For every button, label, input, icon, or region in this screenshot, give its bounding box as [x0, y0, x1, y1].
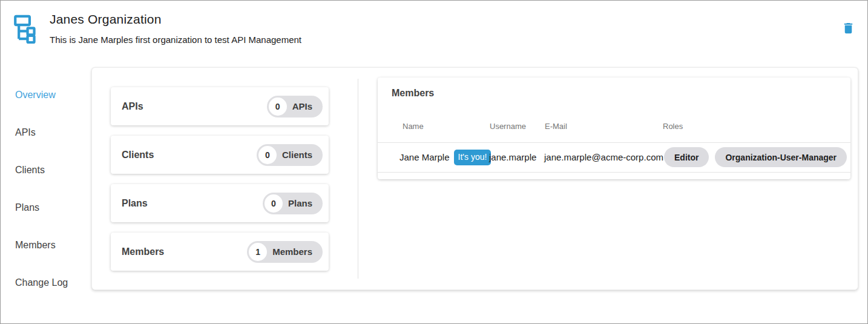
page-title: Janes Organization: [50, 12, 162, 27]
org-hierarchy-icon: [13, 14, 39, 47]
member-table-row[interactable]: Jane Marple It's you! jane.marple jane.m…: [378, 142, 850, 172]
table-divider: [378, 172, 850, 173]
stat-card-clients[interactable]: Clients 0 Clients: [111, 136, 329, 174]
column-header-roles: Roles: [663, 122, 683, 131]
stat-count-badge: 1 Members: [247, 241, 323, 263]
sidebar-item-plans[interactable]: Plans: [15, 202, 68, 214]
stat-card-title: Clients: [122, 150, 154, 160]
sidebar-item-overview[interactable]: Overview: [15, 89, 68, 101]
stat-unit-label: Members: [272, 246, 312, 257]
stat-card-members[interactable]: Members 1 Members: [111, 233, 329, 271]
member-username: jane.marple: [489, 142, 536, 172]
member-name: Jane Marple: [399, 152, 450, 162]
stat-count: 0: [269, 98, 287, 116]
members-card: Members Name Username E-Mail Roles Jane …: [378, 78, 850, 179]
stat-count-badge: 0 Clients: [257, 144, 323, 166]
stat-unit-label: Clients: [282, 150, 312, 160]
sidebar-item-apis[interactable]: APIs: [15, 127, 68, 139]
stat-count-badge: 0 Plans: [263, 193, 323, 214]
stat-card-title: Plans: [122, 198, 148, 209]
overview-panel: APIs 0 APIs Clients 0 Clients Plans 0 Pl…: [91, 67, 858, 290]
trash-icon: [841, 28, 855, 37]
stat-unit-label: Plans: [288, 198, 312, 208]
stat-card-apis[interactable]: APIs 0 APIs: [111, 87, 329, 125]
stat-card-plans[interactable]: Plans 0 Plans: [111, 184, 329, 222]
column-header-email: E-Mail: [545, 122, 567, 131]
member-name-cell: Jane Marple It's you!: [399, 142, 491, 172]
stat-card-title: APIs: [122, 101, 143, 112]
role-badge: Organization-User-Manager: [715, 147, 847, 167]
member-email: jane.marple@acme-corp.com: [544, 142, 663, 172]
stat-count: 1: [249, 243, 267, 261]
delete-organization-button[interactable]: [840, 21, 856, 38]
stat-count-badge: 0 APIs: [267, 96, 323, 117]
its-you-badge: It's you!: [454, 150, 492, 165]
stat-card-title: Members: [122, 246, 164, 257]
sidebar-nav: Overview APIs Clients Plans Members Chan…: [15, 89, 68, 289]
page-subtitle: This is Jane Marples first organization …: [50, 35, 301, 45]
sidebar-item-members[interactable]: Members: [15, 239, 68, 251]
stat-count: 0: [258, 146, 277, 164]
vertical-divider: [358, 79, 358, 279]
sidebar-item-change-log[interactable]: Change Log: [15, 277, 68, 289]
column-header-name: Name: [403, 122, 424, 131]
members-card-title: Members: [392, 88, 434, 99]
organization-overview-page: Janes Organization This is Jane Marples …: [0, 0, 868, 324]
role-badge: Editor: [664, 147, 709, 167]
stat-count: 0: [265, 194, 283, 213]
column-header-username: Username: [490, 122, 526, 131]
stat-unit-label: APIs: [292, 101, 312, 111]
sidebar-item-clients[interactable]: Clients: [15, 164, 68, 176]
member-roles-cell: Editor Organization-User-Manager: [664, 142, 847, 172]
